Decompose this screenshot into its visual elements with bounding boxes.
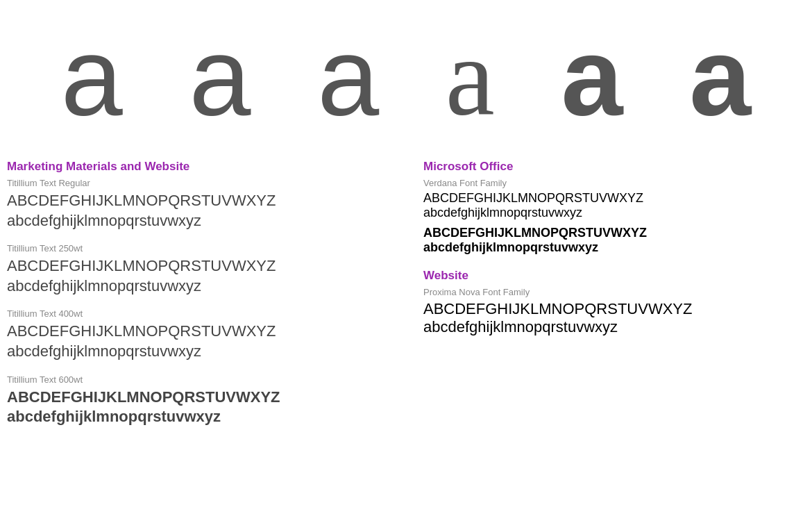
hero-section: a a a a a a [0, 0, 812, 146]
titillium-250-lower: abcdefghijklmnopqrstuvwxyz [7, 276, 368, 297]
titillium-regular-lower: abcdefghijklmnopqrstuvwxyz [7, 211, 368, 231]
titillium-400-label: Titillium Text 400wt [7, 308, 368, 319]
hero-letter-4: a [446, 21, 495, 132]
verdana-bold-lower: abcdefghijklmnopqrstuvwxyz [423, 240, 784, 255]
titillium-600-label: Titillium Text 600wt [7, 374, 368, 385]
verdana-label: Verdana Font Family [423, 178, 784, 188]
left-heading: Marketing Materials and Website [7, 160, 368, 174]
titillium-regular-block: Titillium Text Regular ABCDEFGHIJKLMNOPQ… [7, 178, 368, 231]
titillium-600-upper: ABCDEFGHIJKLMNOPQRSTUVWXYZ [7, 388, 368, 408]
proxima-upper: ABCDEFGHIJKLMNOPQRSTUVWXYZ [423, 300, 784, 318]
titillium-250-block: Titillium Text 250wt ABCDEFGHIJKLMNOPQRS… [7, 243, 368, 296]
right-column: Microsoft Office Verdana Font Family ABC… [409, 160, 784, 440]
verdana-regular-lower: abcdefghijklmnopqrstuvwxyz [423, 206, 784, 220]
verdana-regular-upper: ABCDEFGHIJKLMNOPQRSTUVWXYZ [423, 191, 784, 206]
proxima-lower: abcdefghijklmnopqrstuvwxyz [423, 318, 784, 336]
content-section: Marketing Materials and Website Titilliu… [0, 146, 812, 461]
titillium-regular-label: Titillium Text Regular [7, 178, 368, 188]
website-heading: Website [423, 269, 784, 283]
titillium-600-lower: abcdefghijklmnopqrstuvwxyz [7, 407, 368, 427]
titillium-400-lower: abcdefghijklmnopqrstuvwxyz [7, 342, 368, 362]
titillium-regular-upper: ABCDEFGHIJKLMNOPQRSTUVWXYZ [7, 191, 368, 211]
hero-letter-3: a [317, 21, 379, 132]
proxima-label: Proxima Nova Font Family [423, 287, 784, 297]
titillium-250-upper: ABCDEFGHIJKLMNOPQRSTUVWXYZ [7, 256, 368, 276]
hero-letter-6: a [689, 21, 751, 132]
titillium-400-block: Titillium Text 400wt ABCDEFGHIJKLMNOPQRS… [7, 308, 368, 361]
hero-letter-1: a [61, 21, 123, 132]
titillium-400-upper: ABCDEFGHIJKLMNOPQRSTUVWXYZ [7, 322, 368, 342]
ms-office-section: Microsoft Office Verdana Font Family ABC… [423, 160, 784, 255]
hero-letter-2: a [189, 21, 251, 132]
hero-letter-5: a [561, 21, 623, 132]
titillium-600-block: Titillium Text 600wt ABCDEFGHIJKLMNOPQRS… [7, 374, 368, 427]
verdana-bold-upper: ABCDEFGHIJKLMNOPQRSTUVWXYZ [423, 226, 784, 240]
left-column: Marketing Materials and Website Titilliu… [7, 160, 368, 440]
titillium-250-label: Titillium Text 250wt [7, 243, 368, 254]
website-section: Website Proxima Nova Font Family ABCDEFG… [423, 269, 784, 336]
ms-office-heading: Microsoft Office [423, 160, 784, 174]
